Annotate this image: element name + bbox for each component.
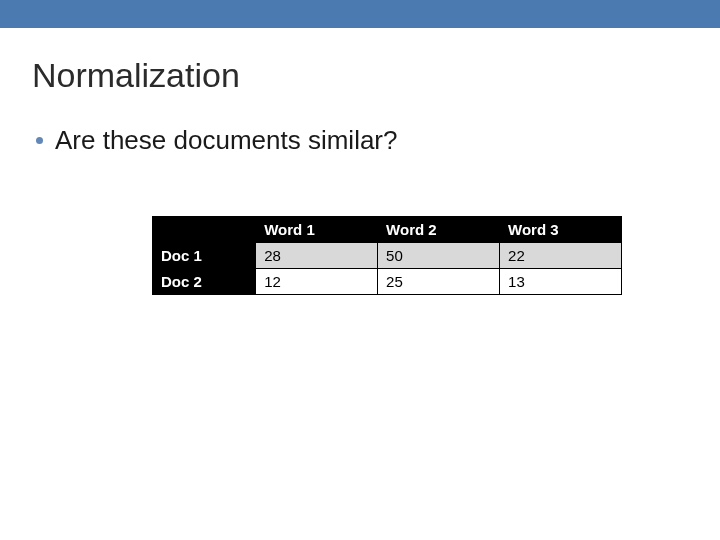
accent-top-bar xyxy=(0,0,720,28)
table-col-header: Word 3 xyxy=(500,217,622,243)
table-corner-cell xyxy=(153,217,256,243)
table-row-header: Doc 2 xyxy=(153,269,256,295)
table-cell: 25 xyxy=(378,269,500,295)
table-row: Doc 1 28 50 22 xyxy=(153,243,622,269)
table-col-header: Word 2 xyxy=(378,217,500,243)
table-row: Doc 2 12 25 13 xyxy=(153,269,622,295)
table-cell: 28 xyxy=(256,243,378,269)
bullet-line: Are these documents similar? xyxy=(36,125,688,156)
slide-body: Normalization Are these documents simila… xyxy=(0,28,720,295)
data-table-wrap: Word 1 Word 2 Word 3 Doc 1 28 50 22 Doc … xyxy=(152,216,622,295)
bullet-text: Are these documents similar? xyxy=(55,125,397,156)
table-cell: 12 xyxy=(256,269,378,295)
table-col-header: Word 1 xyxy=(256,217,378,243)
bullet-dot-icon xyxy=(36,137,43,144)
table-header-row: Word 1 Word 2 Word 3 xyxy=(153,217,622,243)
page-title: Normalization xyxy=(32,56,688,95)
table-cell: 22 xyxy=(500,243,622,269)
table-cell: 50 xyxy=(378,243,500,269)
table-cell: 13 xyxy=(500,269,622,295)
data-table: Word 1 Word 2 Word 3 Doc 1 28 50 22 Doc … xyxy=(152,216,622,295)
table-row-header: Doc 1 xyxy=(153,243,256,269)
